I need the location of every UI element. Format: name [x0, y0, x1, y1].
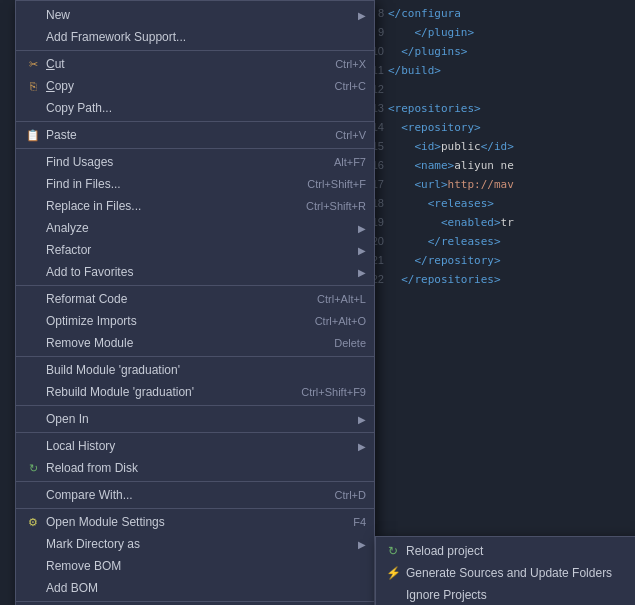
separator-3 [16, 148, 374, 149]
remove-bom-icon [24, 557, 42, 575]
new-icon [24, 6, 42, 24]
cut-shortcut: Ctrl+X [335, 58, 366, 70]
submenu-item-reload-project[interactable]: ↻ Reload project [376, 540, 635, 562]
new-label: New [46, 8, 354, 22]
remove-module-shortcut: Delete [334, 337, 366, 349]
menu-item-open-in[interactable]: Open In ▶ [16, 408, 374, 430]
paste-label: Paste [46, 128, 315, 142]
find-in-files-label: Find in Files... [46, 177, 287, 191]
context-menu: New ▶ Add Framework Support... ✂ Cut Ctr… [15, 0, 375, 605]
menu-item-optimize-imports[interactable]: Optimize Imports Ctrl+Alt+O [16, 310, 374, 332]
copy-shortcut: Ctrl+C [335, 80, 366, 92]
analyze-icon [24, 219, 42, 237]
menu-item-refactor[interactable]: Refactor ▶ [16, 239, 374, 261]
menu-item-copy-path[interactable]: Copy Path... [16, 97, 374, 119]
remove-bom-label: Remove BOM [46, 559, 366, 573]
menu-item-reformat-code[interactable]: Reformat Code Ctrl+Alt+L [16, 288, 374, 310]
compare-with-icon [24, 486, 42, 504]
analyze-arrow: ▶ [358, 223, 366, 234]
add-framework-icon [24, 28, 42, 46]
menu-item-mark-directory[interactable]: Mark Directory as ▶ [16, 533, 374, 555]
paste-shortcut: Ctrl+V [335, 129, 366, 141]
maven-submenu: ↻ Reload project ⚡ Generate Sources and … [375, 536, 635, 605]
separator-5 [16, 356, 374, 357]
menu-item-local-history[interactable]: Local History ▶ [16, 435, 374, 457]
separator-6 [16, 405, 374, 406]
build-module-label: Build Module 'graduation' [46, 363, 366, 377]
add-bom-icon [24, 579, 42, 597]
menu-item-add-framework[interactable]: Add Framework Support... [16, 26, 374, 48]
copy-label: Copy [46, 79, 315, 93]
separator-1 [16, 50, 374, 51]
menu-item-analyze[interactable]: Analyze ▶ [16, 217, 374, 239]
find-usages-label: Find Usages [46, 155, 314, 169]
add-framework-label: Add Framework Support... [46, 30, 366, 44]
open-in-icon [24, 410, 42, 428]
menu-item-new[interactable]: New ▶ [16, 4, 374, 26]
find-usages-icon [24, 153, 42, 171]
local-history-icon [24, 437, 42, 455]
open-in-label: Open In [46, 412, 354, 426]
optimize-imports-shortcut: Ctrl+Alt+O [315, 315, 366, 327]
separator-9 [16, 508, 374, 509]
refactor-icon [24, 241, 42, 259]
menu-item-paste[interactable]: 📋 Paste Ctrl+V [16, 124, 374, 146]
rebuild-module-shortcut: Ctrl+Shift+F9 [301, 386, 366, 398]
ignore-projects-icon [384, 586, 402, 604]
reload-from-disk-label: Reload from Disk [46, 461, 366, 475]
open-in-arrow: ▶ [358, 414, 366, 425]
copy-icon: ⎘ [24, 77, 42, 95]
reload-from-disk-icon: ↻ [24, 459, 42, 477]
find-in-files-icon [24, 175, 42, 193]
refactor-label: Refactor [46, 243, 354, 257]
menu-item-copy[interactable]: ⎘ Copy Ctrl+C [16, 75, 374, 97]
separator-8 [16, 481, 374, 482]
cut-icon: ✂ [24, 55, 42, 73]
copy-path-label: Copy Path... [46, 101, 366, 115]
menu-item-find-usages[interactable]: Find Usages Alt+F7 [16, 151, 374, 173]
menu-item-build-module[interactable]: Build Module 'graduation' [16, 359, 374, 381]
menu-item-cut[interactable]: ✂ Cut Ctrl+X [16, 53, 374, 75]
replace-in-files-label: Replace in Files... [46, 199, 286, 213]
menu-item-remove-bom[interactable]: Remove BOM [16, 555, 374, 577]
menu-item-replace-in-files[interactable]: Replace in Files... Ctrl+Shift+R [16, 195, 374, 217]
mark-directory-arrow: ▶ [358, 539, 366, 550]
menu-item-reload-from-disk[interactable]: ↻ Reload from Disk [16, 457, 374, 479]
add-bom-label: Add BOM [46, 581, 366, 595]
reformat-code-shortcut: Ctrl+Alt+L [317, 293, 366, 305]
find-in-files-shortcut: Ctrl+Shift+F [307, 178, 366, 190]
ignore-projects-label: Ignore Projects [406, 588, 635, 602]
menu-item-remove-module[interactable]: Remove Module Delete [16, 332, 374, 354]
menu-item-open-module-settings[interactable]: ⚙ Open Module Settings F4 [16, 511, 374, 533]
menu-item-add-to-favorites[interactable]: Add to Favorites ▶ [16, 261, 374, 283]
optimize-imports-icon [24, 312, 42, 330]
compare-with-shortcut: Ctrl+D [335, 489, 366, 501]
reload-project-label: Reload project [406, 544, 635, 558]
menu-item-find-in-files[interactable]: Find in Files... Ctrl+Shift+F [16, 173, 374, 195]
menu-item-rebuild-module[interactable]: Rebuild Module 'graduation' Ctrl+Shift+F… [16, 381, 374, 403]
copy-path-icon [24, 99, 42, 117]
generate-sources-label: Generate Sources and Update Folders [406, 566, 635, 580]
paste-icon: 📋 [24, 126, 42, 144]
add-to-favorites-icon [24, 263, 42, 281]
reload-project-icon: ↻ [384, 542, 402, 560]
submenu-item-ignore-projects[interactable]: Ignore Projects [376, 584, 635, 605]
reformat-code-label: Reformat Code [46, 292, 297, 306]
remove-module-label: Remove Module [46, 336, 314, 350]
separator-2 [16, 121, 374, 122]
menu-item-add-bom[interactable]: Add BOM [16, 577, 374, 599]
submenu-item-generate-sources[interactable]: ⚡ Generate Sources and Update Folders [376, 562, 635, 584]
reformat-code-icon [24, 290, 42, 308]
add-to-favorites-label: Add to Favorites [46, 265, 354, 279]
remove-module-icon [24, 334, 42, 352]
open-module-settings-shortcut: F4 [353, 516, 366, 528]
replace-in-files-icon [24, 197, 42, 215]
replace-in-files-shortcut: Ctrl+Shift+R [306, 200, 366, 212]
refactor-arrow: ▶ [358, 245, 366, 256]
add-to-favorites-arrow: ▶ [358, 267, 366, 278]
code-content: </configura </plugin> </plugins> </build… [388, 0, 635, 605]
generate-sources-icon: ⚡ [384, 564, 402, 582]
rebuild-module-icon [24, 383, 42, 401]
mark-directory-icon [24, 535, 42, 553]
menu-item-compare-with[interactable]: Compare With... Ctrl+D [16, 484, 374, 506]
